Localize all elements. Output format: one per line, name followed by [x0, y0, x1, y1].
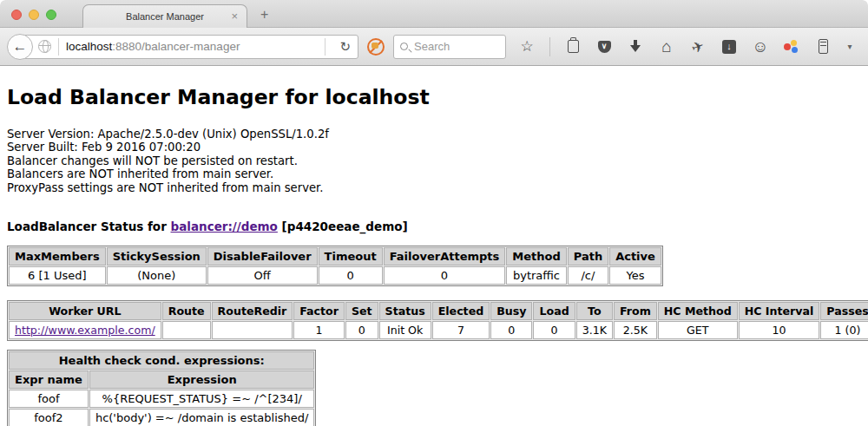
- tab-close-icon[interactable]: ×: [231, 10, 238, 23]
- col-set: Set: [345, 302, 378, 320]
- chevron-down-icon[interactable]: ▾: [845, 38, 854, 56]
- col-load: Load: [533, 302, 575, 320]
- home-icon[interactable]: ⌂: [658, 38, 675, 56]
- new-tab-button[interactable]: +: [260, 7, 268, 23]
- status-heading-prefix: LoadBalancer Status for: [7, 220, 171, 233]
- url-path: :8880/balancer-manager: [112, 40, 240, 53]
- search-input[interactable]: [414, 40, 492, 53]
- col-status: Status: [379, 302, 431, 320]
- plugin-blocked-icon[interactable]: [367, 38, 385, 56]
- worker-status-table: Worker URL Route RouteRedir Factor Set S…: [7, 300, 868, 341]
- col-active: Active: [609, 247, 661, 265]
- cell-busy: 0: [490, 321, 532, 339]
- col-route: Route: [162, 302, 211, 320]
- cell-timeout: 0: [319, 266, 383, 285]
- clipboard-glyph: [568, 40, 579, 53]
- cell-method: bytraffic: [506, 266, 566, 285]
- col-failoverattempts: FailoverAttempts: [384, 247, 506, 265]
- health-table-title: Health check cond. expressions:: [9, 351, 314, 370]
- server-version-line: Server Version: Apache/2.5.0-dev (Unix) …: [7, 128, 861, 141]
- extension-download-icon[interactable]: ↓: [720, 38, 738, 56]
- cell-maxmembers: 6 [1 Used]: [9, 266, 106, 285]
- back-button[interactable]: ←: [7, 34, 33, 60]
- zoom-window-button[interactable]: [46, 10, 56, 20]
- col-from: From: [614, 302, 657, 320]
- cell-worker-url: http://www.example.com/: [9, 321, 161, 339]
- cell-active: Yes: [609, 266, 661, 285]
- health-check-expressions-table: Health check cond. expressions: Expr nam…: [7, 350, 316, 426]
- reload-icon[interactable]: ↻: [332, 39, 358, 55]
- table-row: foof2 hc('body') =~ /domain is establish…: [9, 409, 314, 426]
- col-routeredir: RouteRedir: [212, 302, 293, 320]
- table-row: 6 [1 Used] (None) Off 0 0 bytraffic /c/ …: [9, 266, 661, 285]
- col-maxmembers: MaxMembers: [9, 247, 106, 265]
- table-title-row: Health check cond. expressions:: [9, 351, 314, 370]
- search-bar[interactable]: [393, 35, 506, 59]
- send-tab-icon[interactable]: ✈: [687, 36, 709, 58]
- col-disablefailover: DisableFailover: [207, 247, 318, 265]
- cell-status: Init Ok: [379, 321, 431, 339]
- url-text[interactable]: localhost:8880/balancer-manager: [66, 40, 318, 53]
- table-header-row: Worker URL Route RouteRedir Factor Set S…: [9, 302, 868, 320]
- minimize-window-button[interactable]: [29, 10, 39, 20]
- feedback-smiley-icon[interactable]: ☺: [752, 38, 769, 56]
- balancer-persist-note: Balancer changes will NOT be persisted o…: [7, 154, 861, 167]
- site-identity-globe-icon[interactable]: [38, 40, 51, 53]
- proxypass-inherit-note: ProxyPass settings are NOT inherited fro…: [7, 181, 861, 194]
- bookmark-star-icon[interactable]: ☆: [518, 38, 536, 56]
- col-expr-name: Expr name: [9, 370, 89, 389]
- status-heading-suffix: [p4420eeae_demo]: [278, 220, 408, 233]
- balancer-inherit-note: Balancers are NOT inherited from main se…: [7, 167, 861, 180]
- worker-url-link[interactable]: http://www.example.com/: [15, 324, 155, 337]
- table-header-row: Expr name Expression: [9, 370, 314, 389]
- server-built-line: Server Built: Feb 9 2016 07:00:20: [7, 141, 861, 154]
- col-path: Path: [568, 247, 608, 265]
- window-controls: [11, 10, 56, 20]
- balancer-demo-link[interactable]: balancer://demo: [171, 220, 278, 233]
- cell-from: 2.5K: [614, 321, 657, 339]
- cell-factor: 1: [293, 321, 345, 339]
- urlbar-separator: [58, 38, 59, 56]
- browser-window: Balancer Manager × + ← localhost:8880/ba…: [0, 0, 868, 426]
- server-info: Server Version: Apache/2.5.0-dev (Unix) …: [7, 128, 861, 194]
- page-content: Load Balancer Manager for localhost Serv…: [0, 66, 868, 425]
- cell-expression: hc('body') =~ /domain is established/: [89, 409, 315, 426]
- cell-route: [162, 321, 211, 339]
- tab-title: Balancer Manager: [126, 11, 204, 22]
- cell-stickysession: (None): [107, 266, 207, 285]
- table-row: foof %{REQUEST_STATUS} =~ /^[234]/: [9, 390, 314, 408]
- pocket-icon[interactable]: ∨: [595, 38, 613, 56]
- page-title: Load Balancer Manager for localhost: [7, 66, 861, 109]
- cell-failoverattempts: 0: [384, 266, 506, 285]
- cell-hc-method: GET: [658, 321, 738, 339]
- cell-load: 0: [533, 321, 575, 339]
- url-bar[interactable]: localhost:8880/balancer-manager ↻: [20, 35, 358, 59]
- toolbar-icons: ☆ ∨ ⌂ ✈ ↓ ☺ ▾: [518, 37, 868, 56]
- cell-expression: %{REQUEST_STATUS} =~ /^[234]/: [89, 390, 315, 408]
- downloads-icon[interactable]: [627, 38, 644, 56]
- cell-set: 0: [345, 321, 378, 339]
- tab-balancer-manager[interactable]: Balancer Manager ×: [82, 4, 247, 28]
- search-icon: [400, 43, 408, 50]
- cell-expr-name: foof: [9, 390, 89, 408]
- cell-expr-name: foof2: [9, 409, 89, 426]
- col-hc-interval: HC Interval: [739, 302, 820, 320]
- col-worker-url: Worker URL: [9, 302, 161, 320]
- cell-passes: 1 (0): [820, 321, 868, 339]
- toolbar-separator: [549, 37, 550, 56]
- close-window-button[interactable]: [11, 10, 22, 20]
- col-passes: Passes: [820, 302, 868, 320]
- colored-dots-extension-icon[interactable]: [783, 38, 800, 56]
- col-stickysession: StickySession: [107, 247, 207, 265]
- col-factor: Factor: [293, 302, 345, 320]
- table-row: http://www.example.com/ 1 0 Init Ok 7 0 …: [9, 321, 868, 339]
- cell-elected: 7: [432, 321, 490, 339]
- cell-path: /c/: [568, 266, 608, 285]
- balancer-settings-table: MaxMembers StickySession DisableFailover…: [7, 246, 663, 286]
- cell-to: 3.1K: [576, 321, 613, 339]
- col-expression: Expression: [89, 370, 315, 389]
- clipboard-icon[interactable]: [564, 38, 582, 56]
- window-titlebar: Balancer Manager × +: [0, 0, 868, 28]
- col-busy: Busy: [490, 302, 532, 320]
- container-extension-icon[interactable]: [814, 38, 832, 56]
